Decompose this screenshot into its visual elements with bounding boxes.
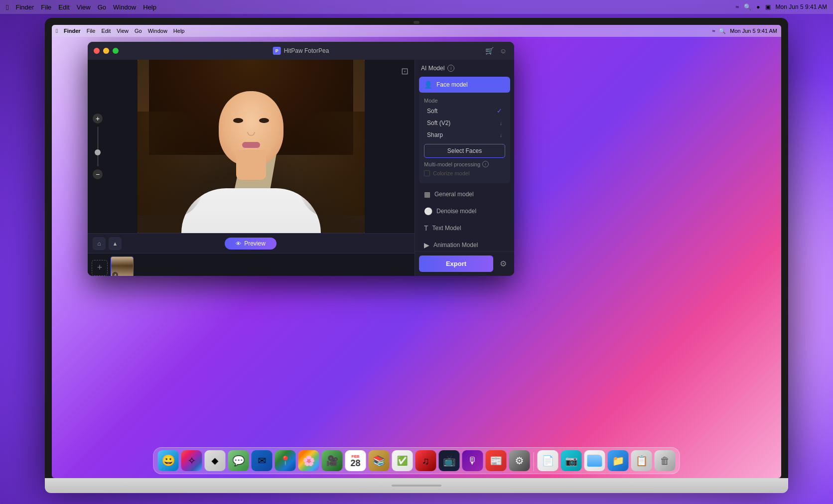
zoom-out-button[interactable]: − <box>93 169 103 179</box>
menubar-edit[interactable]: Edit <box>58 3 69 11</box>
dock-safari[interactable]: ◆ <box>205 450 226 471</box>
dock-trash[interactable]: 🗑 <box>655 450 676 471</box>
menubar-view[interactable]: View <box>77 3 91 11</box>
zoom-in-button[interactable]: + <box>93 114 103 124</box>
dock-messages[interactable]: 💬 <box>228 450 249 471</box>
colorize-checkbox[interactable] <box>424 170 430 176</box>
multi-model-label: Multi-model processing <box>424 161 480 167</box>
general-model-label: General model <box>434 191 474 198</box>
app-body: + − <box>88 60 514 276</box>
export-area: Export ⚙ <box>415 251 514 276</box>
inner-file[interactable]: File <box>87 28 96 34</box>
app-name: HitPaw FotorPea <box>284 47 329 54</box>
neck <box>236 150 266 180</box>
dock-reminders[interactable]: ✅ <box>392 450 413 471</box>
preview-button[interactable]: 👁 Preview <box>225 238 277 250</box>
menubar-help[interactable]: Help <box>143 3 156 11</box>
models-list: 👤 Face model Mode <box>415 75 514 251</box>
dock-mail[interactable]: ✉ <box>252 450 273 471</box>
multi-model-info[interactable]: i <box>482 161 489 167</box>
dock-folder2[interactable]: 📁 <box>608 450 629 471</box>
zoom-slider-thumb[interactable] <box>95 149 101 155</box>
dock-separator <box>534 452 534 471</box>
menubar-finder[interactable]: Finder <box>15 3 34 11</box>
crop-icon[interactable]: ⊡ <box>401 66 409 77</box>
cart-icon[interactable]: 🛒 <box>484 46 494 56</box>
dock-calendar[interactable]: FEB 28 <box>345 450 366 471</box>
settings-button[interactable]: ⚙ <box>496 257 510 271</box>
search-icon[interactable]: 🔍 <box>744 3 751 10</box>
zoom-controls: + − <box>93 114 103 179</box>
inner-time: Mon Jun 5 9:41 AM <box>730 28 777 34</box>
close-button[interactable] <box>94 48 100 54</box>
mode-softv2[interactable]: Soft (V2) ↓ <box>424 117 505 129</box>
dock-notes[interactable]: 📚 <box>369 450 390 471</box>
clock: Mon Jun 5 9:41 AM <box>776 3 827 10</box>
bottom-toolbar: ⌂ ▲ 👁 Preview <box>88 233 415 253</box>
inner-window[interactable]: Window <box>148 28 167 34</box>
hair-side-left <box>138 112 206 216</box>
home-button[interactable]: ⌂ <box>93 237 106 250</box>
animation-model-item[interactable]: ▶ Animation Model <box>419 237 510 251</box>
select-faces-button[interactable]: Select Faces <box>424 144 505 158</box>
dock-maps[interactable]: 📍 <box>275 450 296 471</box>
mode-sharp[interactable]: Sharp ↓ <box>424 129 505 141</box>
text-model-item[interactable]: T Text Model <box>419 220 510 236</box>
maximize-button[interactable] <box>113 48 119 54</box>
inner-finder[interactable]: Finder <box>64 28 81 34</box>
face-model-item[interactable]: 👤 Face model <box>419 77 510 93</box>
hair-side-right <box>296 112 365 216</box>
inner-help[interactable]: Help <box>173 28 185 34</box>
laptop-base <box>45 478 788 493</box>
menubar-window[interactable]: Window <box>113 3 136 11</box>
animation-model-icon: ▶ <box>424 241 429 249</box>
dock-launchpad[interactable]: ✧ <box>181 450 202 471</box>
screen:  Finder File Edit View Go Window Help ≈… <box>52 25 781 478</box>
user-icon[interactable]: ☺ <box>498 46 508 56</box>
titlebar: P HitPaw FotorPea 🛒 ☺ <box>88 42 514 60</box>
dock-folder-empty[interactable] <box>584 450 605 471</box>
expand-button[interactable]: ▲ <box>109 237 122 250</box>
face-model-label: Face model <box>436 81 468 88</box>
menubar-go[interactable]: Go <box>98 3 106 11</box>
minimize-button[interactable] <box>103 48 109 54</box>
inner-view[interactable]: View <box>117 28 129 34</box>
menubar-right: ≈ 🔍 ● ▣ Mon Jun 5 9:41 AM <box>736 3 827 10</box>
dock-photos[interactable]: 🌸 <box>298 450 319 471</box>
denoise-model-item[interactable]: ⚪ Denoise model <box>419 203 510 219</box>
dock-finder[interactable]: 😀 <box>158 450 179 471</box>
zoom-slider-track <box>97 126 99 166</box>
siri-icon[interactable]: ● <box>756 3 760 10</box>
mode-soft[interactable]: Soft ✓ <box>424 105 505 117</box>
general-model-icon: ▦ <box>424 190 430 198</box>
dock-facetime[interactable]: 🎥 <box>322 450 343 471</box>
dock-clipboard[interactable]: 📋 <box>631 450 652 471</box>
menubar-file[interactable]: File <box>41 3 51 11</box>
app-icon: P <box>273 47 281 55</box>
inner-search[interactable]: 🔍 <box>719 28 726 34</box>
dock: 😀 ✧ ◆ 💬 ✉ 📍 🌸 🎥 FEB 28 📚 ✅ ♫ 📺 🎙 📰 ⚙ <box>153 447 680 474</box>
dock-preview[interactable]: 📷 <box>561 450 582 471</box>
dock-news[interactable]: 📰 <box>486 450 507 471</box>
dock-textedit[interactable]: 📄 <box>538 450 558 471</box>
apple-menu[interactable]:  <box>6 3 8 11</box>
dock-music[interactable]: ♫ <box>416 450 436 471</box>
inner-edit[interactable]: Edit <box>101 28 111 34</box>
filmstrip-thumbnail[interactable]: ♬ <box>111 256 134 276</box>
app-window: P HitPaw FotorPea 🛒 ☺ <box>88 42 514 276</box>
dock-settings[interactable]: ⚙ <box>509 450 530 471</box>
general-model-item[interactable]: ▦ General model <box>419 186 510 202</box>
info-icon[interactable]: i <box>447 65 454 72</box>
trackpad-notch <box>392 485 441 487</box>
controlcenter-icon[interactable]: ▣ <box>765 3 771 10</box>
inner-go[interactable]: Go <box>135 28 142 34</box>
inner-apple[interactable]:  <box>56 28 58 34</box>
export-button[interactable]: Export <box>419 255 493 272</box>
dock-podcasts[interactable]: 🎙 <box>462 450 483 471</box>
folder-icon <box>587 455 602 467</box>
nose <box>247 132 255 136</box>
text-model-label: Text Model <box>432 225 461 232</box>
add-image-button[interactable]: + <box>92 260 108 276</box>
wifi-icon: ≈ <box>736 3 739 10</box>
dock-tv[interactable]: 📺 <box>439 450 460 471</box>
